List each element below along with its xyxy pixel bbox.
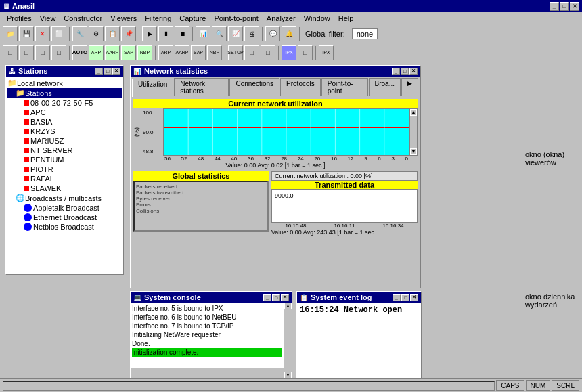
tb-btn-2[interactable]: 💾 bbox=[19, 26, 34, 41]
tree-broadcast-0[interactable]: Appletalk Broadcast bbox=[7, 203, 122, 213]
minimize-button[interactable]: _ bbox=[550, 2, 559, 11]
sysevtlog-title[interactable]: 📋 System event log _ □ ✕ bbox=[297, 292, 421, 303]
tab-utilization[interactable]: Utilization bbox=[132, 79, 173, 97]
tb2-ipx-btn[interactable]: IPX bbox=[282, 45, 296, 60]
netstats-maximize[interactable]: □ bbox=[401, 68, 409, 75]
stations-close[interactable]: ✕ bbox=[112, 68, 120, 75]
netstats-close[interactable]: ✕ bbox=[409, 68, 418, 75]
tb2-btn-x3[interactable]: □ bbox=[298, 45, 313, 60]
tb2-btn-3[interactable]: □ bbox=[35, 45, 50, 60]
tb2-arp2-btn[interactable]: ARP bbox=[158, 45, 173, 60]
tb-btn-14[interactable]: 📈 bbox=[228, 26, 243, 41]
sysconsole-minimize[interactable]: _ bbox=[263, 294, 271, 301]
tb-btn-12[interactable]: 📊 bbox=[196, 26, 210, 41]
tree-local-network[interactable]: 📁 Local network bbox=[7, 78, 122, 88]
close-button[interactable]: ✕ bbox=[570, 2, 579, 11]
stations-minimize[interactable]: _ bbox=[95, 68, 103, 75]
tree-node-1[interactable]: APC bbox=[7, 108, 122, 117]
sysevtlog-minimize[interactable]: _ bbox=[393, 294, 401, 301]
netstats-win-controls[interactable]: _ □ ✕ bbox=[392, 68, 418, 75]
tree-node-8[interactable]: RAFAL bbox=[7, 174, 122, 183]
tb-btn-5[interactable]: 🔧 bbox=[72, 26, 87, 41]
tree-node-0[interactable]: 08-00-20-72-50-F5 bbox=[7, 98, 122, 108]
tb-btn-stop[interactable]: ✕ bbox=[35, 26, 50, 41]
tb-btn-9[interactable]: ▶ bbox=[142, 26, 157, 41]
tab-arrow[interactable]: ▶ bbox=[401, 78, 418, 96]
tab-connections[interactable]: Connections bbox=[229, 78, 279, 96]
tree-node-2[interactable]: BASIA bbox=[7, 117, 122, 127]
tb-btn-1[interactable]: 📁 bbox=[3, 26, 18, 41]
tree-node-4[interactable]: MARIUSZ bbox=[7, 136, 122, 146]
menu-capture[interactable]: Capture bbox=[175, 13, 210, 24]
stations-maximize[interactable]: □ bbox=[104, 68, 112, 75]
maximize-button[interactable]: □ bbox=[560, 2, 569, 11]
sysevtlog-close[interactable]: ✕ bbox=[410, 294, 418, 301]
tb2-setup-btn[interactable]: SETUP bbox=[228, 45, 243, 60]
tb2-btn-2[interactable]: □ bbox=[19, 45, 34, 60]
stations-window-title[interactable]: 🖧 Stations _ □ ✕ bbox=[6, 66, 123, 77]
tb2-btn-x1[interactable]: □ bbox=[244, 45, 259, 60]
scroll-down[interactable]: ▼ bbox=[410, 148, 417, 155]
tb-btn-8[interactable]: 📌 bbox=[121, 26, 136, 41]
sysconsole-maximize[interactable]: □ bbox=[272, 294, 280, 301]
tb-btn-15[interactable]: 🖨 bbox=[244, 26, 259, 41]
console-scroll-down[interactable]: ▼ bbox=[284, 372, 292, 378]
scroll-up[interactable]: ▲ bbox=[410, 109, 417, 116]
tab-protocols[interactable]: Protocols bbox=[280, 78, 321, 96]
tb-btn-16[interactable]: 💬 bbox=[265, 26, 280, 41]
menu-help[interactable]: Help bbox=[334, 13, 358, 24]
tb-btn-17[interactable]: 🔔 bbox=[282, 26, 296, 41]
tb2-sap2-btn[interactable]: SAP bbox=[191, 45, 206, 60]
menu-profiles[interactable]: Profiles bbox=[3, 13, 36, 24]
console-text-area[interactable]: Interface no. 5 is bound to IPX Interfac… bbox=[131, 303, 284, 368]
console-scroll-up[interactable]: ▲ bbox=[284, 303, 292, 309]
tree-broadcasts[interactable]: 🌐 Broadcasts / multicasts bbox=[7, 193, 122, 203]
netstats-window-title[interactable]: 📊 Network statistics _ □ ✕ bbox=[131, 66, 420, 77]
tb-btn-13[interactable]: 🔍 bbox=[212, 26, 227, 41]
menu-filtering[interactable]: Filtering bbox=[141, 13, 175, 24]
menu-view[interactable]: View bbox=[36, 13, 60, 24]
chart-scrollbar[interactable]: ▲ ▼ bbox=[409, 108, 418, 156]
tb2-aarp2-btn[interactable]: AARP bbox=[175, 45, 189, 60]
menu-viewers[interactable]: Viewers bbox=[106, 13, 141, 24]
tb2-auto-btn[interactable]: AUTO bbox=[72, 45, 87, 60]
tree-broadcast-1[interactable]: Ethernet Broadcast bbox=[7, 213, 122, 222]
tree-node-9[interactable]: SLAWEK bbox=[7, 183, 122, 193]
tb-btn-11[interactable]: ⏹ bbox=[175, 26, 189, 41]
sysconsole-controls[interactable]: _ □ ✕ bbox=[263, 294, 289, 301]
tab-broa[interactable]: Broa... bbox=[369, 78, 401, 96]
tb2-btn-x2[interactable]: □ bbox=[261, 45, 275, 60]
console-scrollbar[interactable]: ▲ ▼ bbox=[284, 303, 292, 378]
tb-btn-10[interactable]: ⏸ bbox=[158, 26, 173, 41]
tb2-btn-4[interactable]: □ bbox=[51, 45, 66, 60]
menu-point-to-point[interactable]: Point-to-point bbox=[210, 13, 262, 24]
tb2-aarp-btn[interactable]: AARP bbox=[105, 45, 120, 60]
tb-btn-4[interactable]: ⬜ bbox=[51, 26, 66, 41]
tab-point-to-point[interactable]: Point-to-point bbox=[321, 78, 368, 96]
tree-node-3[interactable]: KRZYS bbox=[7, 127, 122, 136]
tb-btn-6[interactable]: ⚙ bbox=[89, 26, 104, 41]
menu-analyzer[interactable]: Analyzer bbox=[263, 13, 300, 24]
title-bar-controls[interactable]: _ □ ✕ bbox=[550, 2, 579, 11]
netstats-minimize[interactable]: _ bbox=[392, 68, 400, 75]
tab-network-stations[interactable]: Network stations bbox=[174, 78, 229, 96]
tb2-sap-btn[interactable]: SAP bbox=[121, 45, 136, 60]
tb2-nbp-btn[interactable]: NBP bbox=[137, 45, 152, 60]
sysevtlog-maximize[interactable]: □ bbox=[401, 294, 409, 301]
sysevtlog-controls[interactable]: _ □ ✕ bbox=[393, 294, 418, 301]
tb2-ipx2-btn[interactable]: IPX bbox=[319, 45, 334, 60]
tb2-btn-1[interactable]: □ bbox=[3, 45, 18, 60]
menu-constructor[interactable]: Constructor bbox=[60, 13, 106, 24]
tb2-arp-btn[interactable]: ARP bbox=[89, 45, 104, 60]
tb2-nbp2-btn[interactable]: NBP bbox=[207, 45, 222, 60]
sysconsole-close[interactable]: ✕ bbox=[281, 294, 289, 301]
tree-stations[interactable]: 📁 Stations bbox=[7, 88, 122, 98]
tree-node-5[interactable]: NT SERVER bbox=[7, 146, 122, 155]
menu-window[interactable]: Window bbox=[300, 13, 334, 24]
stations-win-controls[interactable]: _ □ ✕ bbox=[95, 68, 120, 75]
tree-broadcast-2[interactable]: Netbios Broadcast bbox=[7, 222, 122, 232]
tb-btn-7[interactable]: 📋 bbox=[105, 26, 120, 41]
sysconsole-title[interactable]: 💻 System console _ □ ✕ bbox=[131, 292, 292, 303]
tree-node-6[interactable]: PENTIUM bbox=[7, 155, 122, 165]
tree-node-7[interactable]: PIOTR bbox=[7, 165, 122, 174]
